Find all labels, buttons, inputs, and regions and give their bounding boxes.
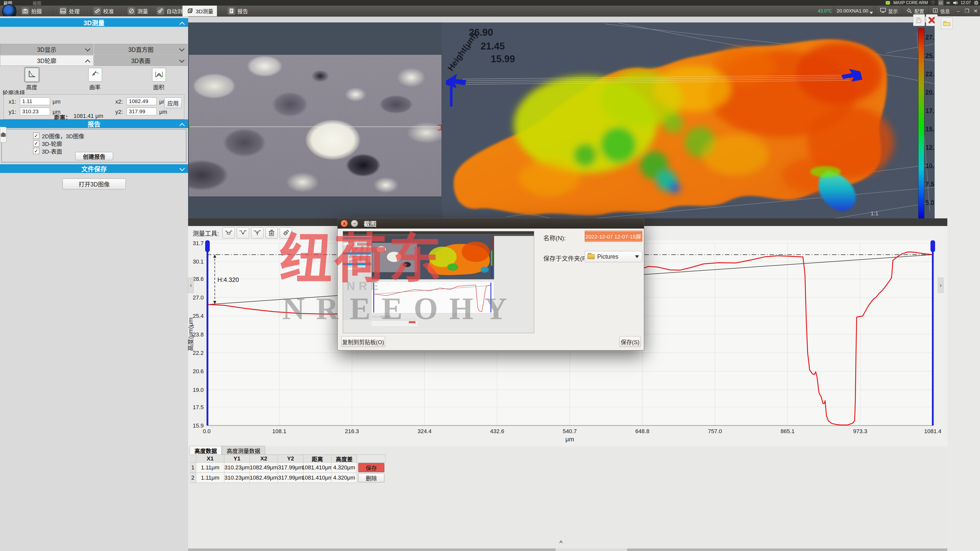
column-header: 高度差 [331, 455, 357, 462]
section-header-report[interactable]: 报告 [0, 119, 188, 128]
dialog-titlebar[interactable]: x – 截图 [338, 218, 644, 229]
chevron-up-icon [85, 59, 90, 65]
gear-icon[interactable] [974, 0, 978, 5]
section-header-file-save[interactable]: 文件保存 [0, 164, 188, 173]
checkbox-checked-icon[interactable]: ✓ [33, 133, 39, 139]
dropdown-3D显示[interactable]: 3D显示 [0, 44, 94, 55]
save-row-button[interactable]: 保存 [358, 463, 384, 472]
surface-3d[interactable] [442, 22, 935, 218]
copy-to-clipboard-button[interactable]: 复制到剪贴板(O) [341, 336, 385, 347]
mail-icon[interactable]: ✉ [947, 0, 950, 5]
toolbar-button-3[interactable]: 校准 [90, 6, 118, 16]
table-tab-2[interactable]: 高度测量数据 [222, 446, 265, 455]
toolbar-display-button[interactable]: 显示 [876, 6, 902, 16]
profile-end-handle[interactable] [438, 125, 442, 130]
profile-depth-tool-button[interactable] [251, 227, 263, 238]
x-tick-label: 1081.4 [924, 428, 941, 434]
toolbar-button-label: 显示 [888, 8, 898, 14]
filename-input[interactable]: 2022-12-07 12-07-15屏幕截图.png [585, 230, 642, 242]
profile-line[interactable] [189, 127, 442, 127]
tool-曲率[interactable] [88, 68, 102, 82]
toolbar-button-1[interactable]: 拍摄 [18, 6, 45, 16]
checkbox-checked-icon[interactable]: ✓ [33, 148, 39, 154]
open-folder-button[interactable] [941, 17, 953, 29]
column-header: 距离 [304, 455, 331, 462]
open-3d-image-button[interactable]: 打开3D图像 [62, 179, 126, 189]
profile-valley-tool-button[interactable] [237, 227, 249, 238]
dropdown-label: 3D显示 [37, 45, 56, 54]
tray-clock[interactable]: 12:07 [961, 0, 971, 5]
docked-camera-icon[interactable] [0, 127, 6, 143]
delete-row-button[interactable]: 删除 [358, 473, 384, 483]
clean-button[interactable] [280, 227, 292, 238]
profile-marker-3d-left[interactable] [446, 74, 466, 106]
create-report-button[interactable]: 创建报告 [75, 152, 113, 160]
scrollbar-thumb[interactable] [555, 548, 627, 551]
tool-面积[interactable] [152, 68, 166, 82]
toolbar-separator [54, 6, 54, 16]
nvidia-icon[interactable] [885, 0, 891, 5]
dialog-minimize-icon[interactable]: – [351, 220, 358, 227]
table-cell: 1082.49μm [250, 462, 278, 473]
y-tick-label: 17.5 [192, 404, 204, 410]
objective-selector[interactable]: 20.00XNA1.00 [834, 6, 873, 16]
report-checkbox-row: ✓3D-表面 [33, 147, 62, 155]
menu-screenshot-disabled: 截图 [33, 0, 41, 6]
specimen-image[interactable] [189, 55, 442, 197]
profile-width-tool-button[interactable] [223, 227, 235, 238]
viewer-2d[interactable] [188, 22, 442, 218]
dialog-close-icon[interactable]: x [341, 220, 348, 227]
height-axis-tick: 15.99 [491, 54, 515, 65]
viewer-3d[interactable]: 26.9021.4515.99 Height(μm) 27.525.022.52… [442, 22, 935, 218]
toolbar-separator [180, 6, 181, 16]
coord-input-y2[interactable]: 317.99 [127, 108, 157, 115]
height-axis-tick: 21.45 [480, 41, 505, 52]
close-button[interactable]: ✕ [971, 7, 980, 15]
dialog-title: 截图 [364, 219, 376, 228]
save-3d-view-button[interactable] [913, 14, 925, 26]
profile-start-handle[interactable] [189, 125, 192, 130]
toolbar-button-6[interactable]: 3D3D测量 [183, 6, 217, 16]
left-panel: 3D测量 3D显示3D直方图3D轮廓3D表面 高度曲率面积 轮廓选择 x1:1.… [0, 16, 188, 551]
coord-input-x1[interactable]: 1.11 [20, 97, 50, 105]
collapse-left-icon[interactable]: ‹ [188, 278, 194, 293]
collapse-right-icon[interactable]: › [938, 278, 943, 293]
colorbar-tick: 7.5 [925, 181, 934, 188]
coord-input-y1[interactable]: 310.23 [20, 108, 50, 115]
toolbar-button-7[interactable]: 报告 [224, 6, 251, 16]
speaker-icon[interactable] [953, 0, 958, 5]
section-header-3d-measure[interactable]: 3D测量 [0, 18, 188, 27]
report-checkbox-row: ✓3D-轮廓 [33, 139, 62, 148]
dialog-save-button[interactable]: 保存(S) [619, 336, 641, 347]
dropdown-3D直方图[interactable]: 3D直方图 [94, 44, 188, 55]
apply-button[interactable]: 应用 [164, 97, 182, 108]
maximize-button[interactable]: ❐ [963, 7, 971, 15]
x-tick-label: 757.0 [708, 428, 722, 434]
unit-label: μm [159, 109, 167, 115]
folder-dropdown[interactable]: Pictures [585, 251, 642, 262]
input-method-badge[interactable]: Li [938, 0, 943, 5]
dropdown-3D表面[interactable]: 3D表面 [94, 55, 188, 66]
menu-bar: 截图 截图 MAXP CORE ARM ♡ Li ✉ 12:07 [0, 0, 980, 6]
dropdown-3D轮廓[interactable]: 3D轮廓 [0, 55, 94, 66]
trash-button[interactable] [266, 227, 278, 238]
collapse-bottom-icon[interactable]: ^ [559, 539, 563, 547]
x-tick-label: 865.1 [780, 428, 794, 434]
horizontal-scrollbar[interactable] [188, 548, 947, 551]
x-tick-label: 108.1 [272, 428, 286, 434]
toolbar-button-4[interactable]: 测量 [124, 6, 151, 16]
heart-icon[interactable]: ♡ [931, 0, 935, 5]
minimize-button[interactable]: – [954, 7, 963, 15]
monitor-icon [880, 8, 886, 14]
collapse-icon [180, 123, 185, 128]
toolbar-button-label: 处理 [69, 7, 80, 15]
coord-input-x2[interactable]: 1082.49 [127, 97, 157, 105]
table-cell: 1082.49μm [250, 473, 278, 483]
distance-value: 1081.41 μm [73, 113, 103, 119]
y-tick-label: 15.9 [192, 422, 204, 429]
table-tab-1[interactable]: 高度数据 [189, 446, 222, 455]
tool-高度[interactable] [25, 68, 39, 82]
checkbox-checked-icon[interactable]: ✓ [33, 140, 39, 146]
toolbar-button-2[interactable]: 处理 [56, 6, 83, 16]
x-axis-label: μm [566, 436, 574, 443]
